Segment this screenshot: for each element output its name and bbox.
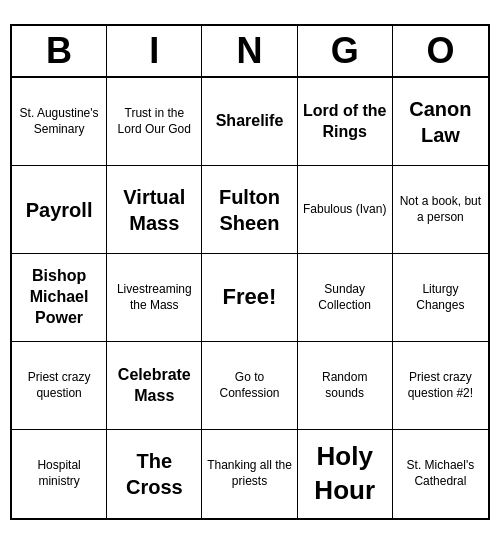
bingo-cell-0: St. Augustine's Seminary: [12, 78, 107, 166]
bingo-cell-4: Canon Law: [393, 78, 488, 166]
bingo-cell-11: Livestreaming the Mass: [107, 254, 202, 342]
header-letter-g: G: [298, 26, 393, 76]
bingo-cell-2: Sharelife: [202, 78, 297, 166]
bingo-cell-19: Priest crazy question #2!: [393, 342, 488, 430]
bingo-cell-1: Trust in the Lord Our God: [107, 78, 202, 166]
bingo-grid: St. Augustine's SeminaryTrust in the Lor…: [12, 78, 488, 518]
bingo-cell-17: Go to Confession: [202, 342, 297, 430]
bingo-cell-12: Free!: [202, 254, 297, 342]
header-letter-b: B: [12, 26, 107, 76]
bingo-cell-10: Bishop Michael Power: [12, 254, 107, 342]
bingo-cell-9: Not a book, but a person: [393, 166, 488, 254]
bingo-cell-15: Priest crazy question: [12, 342, 107, 430]
header-letter-o: O: [393, 26, 488, 76]
bingo-cell-24: St. Michael's Cathedral: [393, 430, 488, 518]
bingo-cell-6: Virtual Mass: [107, 166, 202, 254]
bingo-cell-7: Fulton Sheen: [202, 166, 297, 254]
bingo-cell-16: Celebrate Mass: [107, 342, 202, 430]
bingo-cell-21: The Cross: [107, 430, 202, 518]
bingo-cell-20: Hospital ministry: [12, 430, 107, 518]
bingo-cell-23: Holy Hour: [298, 430, 393, 518]
bingo-card: BINGO St. Augustine's SeminaryTrust in t…: [10, 24, 490, 520]
bingo-cell-22: Thanking all the priests: [202, 430, 297, 518]
header-letter-i: I: [107, 26, 202, 76]
bingo-cell-18: Random sounds: [298, 342, 393, 430]
bingo-cell-14: Liturgy Changes: [393, 254, 488, 342]
header-letter-n: N: [202, 26, 297, 76]
bingo-header: BINGO: [12, 26, 488, 78]
bingo-cell-3: Lord of the Rings: [298, 78, 393, 166]
bingo-cell-13: Sunday Collection: [298, 254, 393, 342]
bingo-cell-8: Fabulous (Ivan): [298, 166, 393, 254]
bingo-cell-5: Payroll: [12, 166, 107, 254]
